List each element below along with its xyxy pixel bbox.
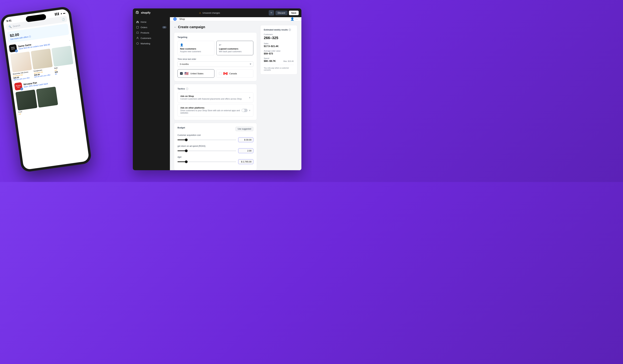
sidebar-label-marketing: Marketing <box>141 42 150 45</box>
new-customer-icon: 👤 <box>180 43 212 46</box>
us-name: United States <box>190 72 203 75</box>
sidebar-item-customers[interactable]: Customers <box>134 35 169 41</box>
home-icon <box>136 21 139 23</box>
budget-slider-track: · · · · · · · · · · · · · · · <box>178 161 236 162</box>
preview-icon-button[interactable]: 👁 <box>269 10 274 16</box>
results-panel: Estimated weekly results ⓘ Customers 266… <box>260 25 297 74</box>
cac-slider-thumb[interactable] <box>185 139 188 141</box>
ca-flag: 🇨🇦 <box>223 71 227 76</box>
lapsed-customer-icon: ↩ <box>219 43 251 46</box>
product-bath[interactable]: Bath ★★ $45 $3 <box>51 46 74 75</box>
tactic-ads-other-chevron[interactable]: ∨ <box>249 109 250 111</box>
main-content: S Shop 👤 ··· ← Create campaign <box>170 17 301 170</box>
ca-name: Canada <box>229 72 237 75</box>
time-label: Time since last order <box>178 58 253 60</box>
results-aov: Average order value $59–$73 <box>264 50 294 55</box>
sales-value: $17.5–$21.4K <box>264 45 294 47</box>
sidebar-item-marketing[interactable]: Marketing <box>134 41 169 46</box>
sub-nav: S Shop 👤 ··· <box>170 17 301 21</box>
targeting-grid: 👤 New customers Acquire new customers ↩ … <box>178 41 253 55</box>
customers-label: Customers <box>264 33 294 35</box>
country-ca[interactable]: 🇨🇦 Canada <box>216 69 253 78</box>
budget-label: Budget <box>178 126 185 129</box>
wifi-icon: ▲ <box>60 12 63 15</box>
roas-input[interactable] <box>238 148 253 153</box>
budget-card: Budget Use suggested Customer acquisitio… <box>174 123 257 170</box>
targeting-new-customers[interactable]: 👤 New customers Acquire new customers <box>178 41 214 55</box>
roas-slider-thumb[interactable] <box>185 150 188 152</box>
store-badge-1: ⚡ <box>15 49 18 52</box>
cac-label: Customer acquisition cost <box>178 134 253 136</box>
sidebar-item-home[interactable]: Home <box>134 19 169 25</box>
country-us[interactable]: 🇺🇸 United States <box>178 69 214 78</box>
sidebar-label-products: Products <box>141 32 149 34</box>
tactic-ads-on-shop: Ads on Shop Convert customers with featu… <box>178 92 253 103</box>
store-chevron-1: › <box>69 39 70 42</box>
targeting-card: Targeting 👤 New customers Acquire new cu… <box>174 32 257 81</box>
time-select[interactable]: 3 months 6 months 12 months <box>178 61 253 67</box>
spend-row: $8K–$9.7K Max: $19.4K <box>264 60 294 62</box>
spend-value: $8K–$9.7K <box>264 60 276 62</box>
budget-slider-thumb[interactable] <box>185 160 188 163</box>
sidebar-item-orders[interactable]: Orders 15 <box>134 25 169 30</box>
product-pan1[interactable]: Food ★★ <box>15 89 38 115</box>
customers-value: 266–325 <box>264 36 294 40</box>
campaign-main: ← Create campaign Targeting 👤 New custom… <box>174 25 257 170</box>
product-img-sunglass <box>31 48 53 70</box>
product-img-pan2 <box>36 87 58 108</box>
us-checkbox[interactable] <box>180 72 183 75</box>
product-pan2[interactable] <box>36 87 59 112</box>
search-icon: 🔍 <box>8 25 12 28</box>
search-placeholder: Search <box>13 24 20 28</box>
top-bar-center: ⚠ Unsaved changes <box>153 12 267 14</box>
page-title: Create campaign <box>178 25 205 29</box>
results-info-icon[interactable]: ⓘ <box>289 29 291 31</box>
shop-cash-content: $2.00 Get more with offers ⓘ <box>10 31 31 41</box>
tactics-section-label: Tactics i <box>178 87 253 90</box>
time-field-group: Time since last order 3 months 6 months … <box>178 58 253 67</box>
shop-icon: S <box>173 17 177 21</box>
cac-row: Customer acquisition cost · · · · · · · … <box>178 134 253 142</box>
budget-row: dget · · · · · · · · · · · · · · · <box>178 156 253 164</box>
roas-slider-row: · · · · · · · · · · · · · · · <box>178 148 253 153</box>
status-icons: ▌▌▌ ▲ ▬ <box>55 12 66 16</box>
more-icon[interactable]: ··· <box>295 17 298 21</box>
store-same-same: SameSame ⚡ Same Same Save $10.00 on orde… <box>9 37 74 81</box>
aov-value: $59–$73 <box>264 52 294 55</box>
user-icon[interactable]: 👤 <box>290 17 294 21</box>
tactic-ads-shop-controls: ∨ <box>249 96 250 99</box>
product-img-dress <box>10 51 32 72</box>
product-sunglasses[interactable]: Sunglasses ★★★★★ 38 $35.00 $25.00 with y… <box>31 48 54 78</box>
save-button[interactable]: Save <box>289 11 299 15</box>
back-button[interactable]: ← <box>174 26 177 29</box>
tactics-info-icon[interactable]: i <box>186 88 188 90</box>
targeting-lapsed-customers[interactable]: ↩ Lapsed customers Win back past custome… <box>216 41 253 55</box>
tactic-ads-other-info: Ads on other platforms Drive customers t… <box>180 107 242 114</box>
tactic-ads-shop-header: Ads on Shop Convert customers with featu… <box>180 95 250 100</box>
discard-button[interactable]: Discard <box>275 11 288 15</box>
lapsed-customers-desc: Win back past customers <box>219 50 251 53</box>
orders-icon <box>136 26 139 29</box>
campaign-area: ← Create campaign Targeting 👤 New custom… <box>170 21 301 170</box>
battery-icon: ▬ <box>63 12 66 15</box>
tactic-ads-other-toggle[interactable] <box>242 109 248 112</box>
unsaved-label: Unsaved changes <box>202 12 220 14</box>
tactic-ads-shop-chevron[interactable]: ∨ <box>249 96 250 99</box>
cac-input[interactable] <box>238 137 253 142</box>
results-note: You only pay when a customer converts <box>264 65 294 71</box>
roas-slider-dots: · · · · · · · · · · · · · · · <box>216 150 236 152</box>
tactics-card: Tactics i Ads on Shop Convert customers … <box>174 84 257 120</box>
sidebar-item-products[interactable]: Products <box>134 30 169 35</box>
budget-input[interactable] <box>238 159 253 164</box>
results-title: Estimated weekly results ⓘ <box>264 29 294 31</box>
sidebar-label-home: Home <box>141 21 146 23</box>
products-icon <box>136 31 139 34</box>
product-dress[interactable]: Beachday Silk Dress ★★★★★ 200 $45.00 $35… <box>10 51 33 81</box>
customers-icon <box>136 37 139 40</box>
shopify-logo-icon <box>135 11 140 15</box>
orders-badge: 15 <box>162 26 167 28</box>
cac-slider-row: · · · · · · · · · · · · · · · <box>178 137 253 142</box>
ca-checkbox[interactable] <box>219 72 222 75</box>
use-suggested-button[interactable]: Use suggested <box>235 127 253 131</box>
budget-slider-dots: · · · · · · · · · · · · · · · <box>216 161 236 163</box>
